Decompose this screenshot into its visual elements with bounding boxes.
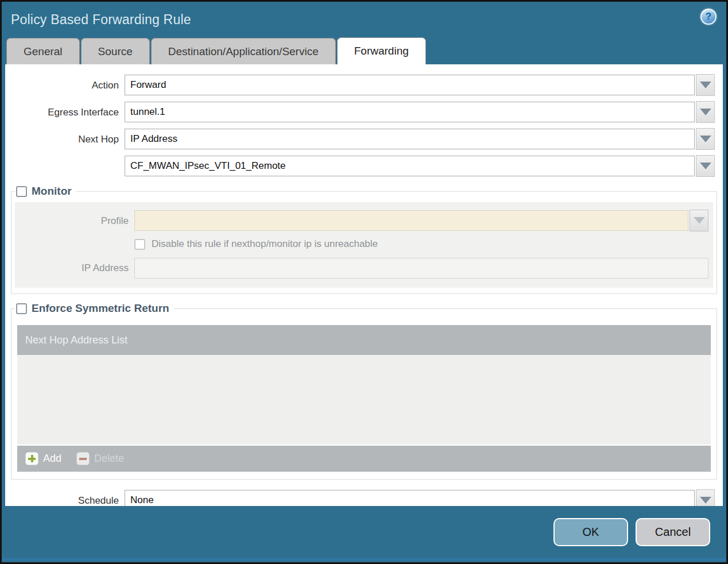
- help-icon[interactable]: ?: [700, 9, 717, 25]
- tab-general[interactable]: General: [6, 38, 80, 64]
- next-hop-address-list-header: Next Hop Address List: [17, 325, 711, 355]
- chevron-down-icon: [700, 497, 711, 504]
- next-hop-address-dropdown-button[interactable]: [696, 155, 715, 177]
- next-hop-row: Next Hop IP Address: [5, 129, 715, 150]
- profile-select: [134, 210, 688, 231]
- next-hop-type-dropdown-button[interactable]: [696, 128, 715, 150]
- enforce-symmetric-return-checkbox[interactable]: [16, 303, 27, 314]
- chevron-down-icon: [700, 82, 711, 88]
- next-hop-address-list-body[interactable]: [17, 355, 711, 445]
- profile-dropdown-button: [690, 210, 708, 231]
- profile-combo: [134, 210, 708, 231]
- chevron-down-icon: [700, 109, 711, 115]
- pbf-rule-dialog: Policy Based Forwarding Rule ? General S…: [0, 0, 728, 564]
- next-hop-address-list-toolbar: Add Delete: [17, 446, 711, 472]
- egress-interface-select[interactable]: tunnel.1: [125, 102, 695, 122]
- add-button[interactable]: Add: [25, 452, 61, 465]
- egress-interface-dropdown-button[interactable]: [696, 101, 715, 123]
- monitor-checkbox[interactable]: [16, 186, 27, 197]
- action-label: Action: [5, 80, 119, 91]
- monitor-ip-row: IP Address: [15, 258, 708, 279]
- chevron-down-icon: [700, 163, 711, 169]
- monitor-panel: Profile Disable this rule if nexthop/mon…: [15, 202, 713, 288]
- monitor-legend-label: Monitor: [32, 185, 72, 198]
- chevron-down-icon: [694, 217, 705, 224]
- schedule-select[interactable]: None: [125, 490, 695, 506]
- tab-forwarding[interactable]: Forwarding: [337, 37, 426, 64]
- egress-interface-label: Egress Interface: [5, 107, 119, 118]
- next-hop-label: Next Hop: [5, 134, 119, 145]
- schedule-dropdown-button[interactable]: [696, 489, 715, 506]
- tab-destination-application-service[interactable]: Destination/Application/Service: [151, 38, 336, 64]
- forwarding-tab-panel: Action Forward Egress Interface tunnel.1…: [5, 64, 723, 506]
- schedule-label: Schedule: [5, 495, 119, 507]
- monitor-ip-label: IP Address: [15, 262, 129, 274]
- profile-row: Profile: [15, 210, 708, 231]
- monitor-ip-input: [134, 258, 708, 279]
- disable-rule-row: Disable this rule if nexthop/monitor ip …: [134, 238, 708, 250]
- next-hop-address-select[interactable]: CF_MWAN_IPsec_VTI_01_Remote: [125, 156, 695, 176]
- dialog-title: Policy Based Forwarding Rule: [11, 12, 191, 28]
- next-hop-address-table: Next Hop Address List Add Delete: [17, 325, 711, 472]
- symmetric-return-legend-label: Enforce Symmetric Return: [32, 302, 169, 315]
- schedule-combo: None: [125, 490, 715, 506]
- delete-button-label: Delete: [94, 453, 124, 465]
- plus-icon: [25, 452, 38, 465]
- add-button-label: Add: [43, 453, 61, 465]
- schedule-row: Schedule None: [5, 490, 715, 506]
- tab-bar: General Source Destination/Application/S…: [2, 37, 726, 64]
- disable-rule-label: Disable this rule if nexthop/monitor ip …: [152, 238, 378, 250]
- chevron-down-icon: [700, 136, 711, 142]
- next-hop-type-combo: IP Address: [125, 129, 715, 150]
- next-hop-address-combo: CF_MWAN_IPsec_VTI_01_Remote: [125, 156, 715, 177]
- tab-source[interactable]: Source: [81, 38, 150, 64]
- minus-icon: [76, 452, 90, 465]
- profile-label: Profile: [15, 215, 129, 227]
- ok-button[interactable]: OK: [553, 518, 628, 546]
- delete-button: Delete: [76, 452, 124, 465]
- egress-interface-row: Egress Interface tunnel.1: [5, 102, 715, 123]
- disable-rule-checkbox: [134, 239, 145, 250]
- cancel-button[interactable]: Cancel: [636, 518, 710, 546]
- action-dropdown-button[interactable]: [696, 74, 715, 96]
- egress-interface-combo: tunnel.1: [125, 102, 715, 123]
- dialog-titlebar: Policy Based Forwarding Rule ?: [2, 2, 726, 37]
- monitor-legend: Monitor: [15, 185, 76, 198]
- dialog-footer: OK Cancel: [2, 506, 726, 558]
- next-hop-type-select[interactable]: IP Address: [125, 129, 695, 149]
- action-combo: Forward: [125, 75, 715, 96]
- monitor-section: Monitor Profile Disable this rule if nex…: [11, 185, 717, 294]
- symmetric-return-section: Enforce Symmetric Return Next Hop Addres…: [11, 302, 717, 480]
- next-hop-address-row: CF_MWAN_IPsec_VTI_01_Remote: [5, 156, 715, 177]
- symmetric-return-legend: Enforce Symmetric Return: [15, 302, 174, 315]
- window-bottom-edge: [2, 558, 726, 561]
- action-row: Action Forward: [5, 75, 715, 96]
- action-select[interactable]: Forward: [125, 75, 695, 95]
